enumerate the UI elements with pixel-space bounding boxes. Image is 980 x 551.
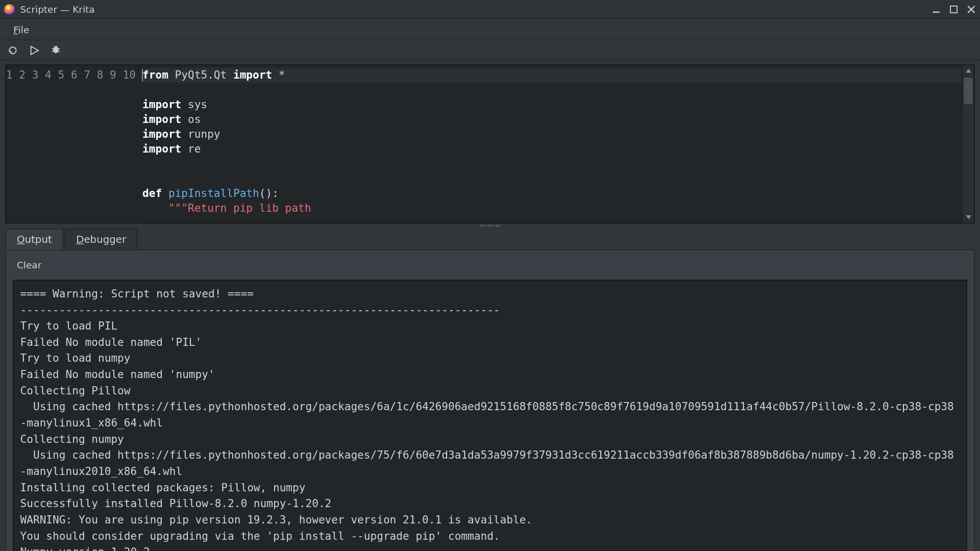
titlebar: Scripter — Krita	[0, 0, 980, 19]
window-title: Scripter — Krita	[20, 4, 932, 14]
tab-debugger-rest: ebugger	[84, 234, 126, 246]
debug-button[interactable]	[50, 44, 62, 56]
scroll-down-icon[interactable]	[963, 212, 974, 222]
splitter-handle[interactable]	[6, 223, 975, 228]
scroll-track[interactable]	[963, 76, 974, 212]
svg-line-9	[58, 51, 60, 52]
bug-icon	[51, 44, 61, 57]
line-number-gutter: 1 2 3 4 5 6 7 8 9 10	[6, 65, 141, 223]
tab-debugger[interactable]: Debugger	[65, 229, 138, 249]
svg-line-8	[52, 51, 54, 52]
tab-output-hotkey: O	[17, 234, 25, 246]
svg-marker-12	[966, 69, 971, 73]
output-toolbar: Clear	[6, 251, 974, 280]
output-text[interactable]: ==== Warning: Script not saved! ==== ---…	[13, 280, 967, 551]
tab-output[interactable]: Output	[6, 229, 64, 249]
svg-rect-1	[950, 6, 957, 12]
window-controls	[932, 5, 976, 14]
reload-button[interactable]	[7, 44, 19, 56]
editor-scrollbar[interactable]	[962, 65, 974, 223]
menu-file[interactable]: File	[7, 21, 36, 38]
svg-line-11	[57, 46, 57, 47]
close-button[interactable]	[967, 5, 976, 14]
clear-button[interactable]: Clear	[15, 257, 43, 273]
scroll-up-icon[interactable]	[963, 65, 974, 76]
grip-icon	[480, 224, 500, 227]
svg-line-10	[55, 46, 55, 47]
bottom-tabs: Output Debugger	[6, 229, 975, 250]
menu-file-rest: ile	[18, 24, 30, 35]
menu-file-hotkey: F	[13, 24, 18, 35]
maximize-button[interactable]	[949, 5, 958, 14]
svg-marker-4	[31, 46, 39, 54]
tab-debugger-hotkey: D	[76, 234, 84, 246]
svg-marker-13	[966, 215, 971, 219]
scroll-thumb[interactable]	[964, 78, 972, 105]
menubar: File	[0, 19, 980, 40]
output-panel: Clear ==== Warning: Script not saved! ==…	[6, 251, 975, 551]
run-button[interactable]	[28, 44, 40, 56]
minimize-button[interactable]	[932, 5, 941, 14]
app-icon	[4, 4, 15, 14]
tab-output-rest: utput	[25, 234, 52, 246]
svg-point-5	[53, 46, 59, 53]
code-area[interactable]: from PyQt5.Qt import * import sys import…	[141, 65, 962, 223]
code-editor[interactable]: 1 2 3 4 5 6 7 8 9 10 from PyQt5.Qt impor…	[6, 65, 975, 223]
toolbar	[0, 40, 980, 61]
